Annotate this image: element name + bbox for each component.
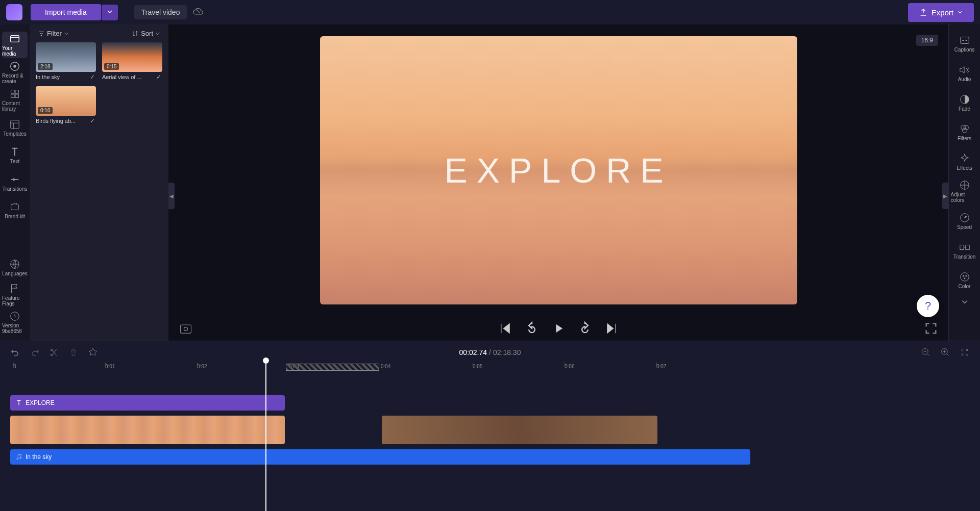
right-sidebar-overflow[interactable] [951, 296, 978, 308]
ruler-mark: 0 [13, 364, 16, 369]
sidebar-item-record-create[interactable]: Record & create [2, 59, 28, 86]
timeline-ruler[interactable]: 0 0:01 0:02 0:03 0:04 0:05 0:06 0:07 [10, 364, 970, 375]
media-duration: 0:10 [38, 107, 53, 114]
sidebar-label: Transition [953, 254, 976, 260]
zoom-in-button[interactable] [940, 347, 950, 357]
audio-clip[interactable]: In the sky [10, 449, 750, 465]
svg-point-2 [13, 65, 16, 68]
sidebar-item-color[interactable]: Color [951, 266, 978, 294]
sidebar-item-transition[interactable]: Transition [951, 237, 978, 264]
sidebar-label: Feature Flags [2, 295, 28, 306]
text-icon [15, 399, 22, 406]
skip-forward-button[interactable] [604, 321, 619, 336]
svg-rect-8 [11, 204, 19, 210]
sort-button[interactable]: Sort [132, 30, 160, 37]
video-preview-frame[interactable]: EXPLORE [320, 36, 797, 304]
media-item-aerial-view[interactable]: 0:15 Aerial view of ... ✓ [102, 42, 162, 80]
sidebar-item-content-library[interactable]: Content library [2, 87, 28, 113]
svg-point-12 [184, 327, 188, 331]
play-button[interactable] [551, 321, 566, 336]
music-icon [15, 453, 22, 461]
media-duration: 2:18 [38, 63, 53, 70]
svg-point-22 [960, 272, 969, 281]
preview-area: ◀ ▶ 16:9 EXPLORE [168, 24, 948, 341]
clip-label: EXPLORE [26, 399, 55, 406]
svg-point-16 [964, 125, 968, 130]
sidebar-label: Transitions [3, 186, 28, 192]
sidebar-label: Captions [954, 47, 974, 53]
sidebar-label: Fade [959, 106, 970, 112]
clip-label: In the sky [26, 453, 52, 461]
sidebar-label: Your media [2, 45, 28, 57]
sidebar-item-captions[interactable]: Captions [951, 30, 978, 57]
import-media-dropdown[interactable] [102, 5, 118, 20]
sidebar-label: Effects [957, 165, 972, 171]
sidebar-item-speed[interactable]: Speed [951, 207, 978, 235]
sidebar-item-filters[interactable]: Filters [951, 118, 978, 146]
fullscreen-button[interactable] [924, 321, 938, 336]
rewind-button[interactable] [525, 321, 539, 336]
ruler-mark: 0:07 [656, 364, 666, 369]
sidebar-label: Content library [2, 100, 28, 112]
media-panel: Filter Sort 2:18 In the sky ✓ 0:15 [30, 24, 168, 341]
media-thumbnail: 0:15 [102, 42, 162, 72]
sort-label: Sort [141, 30, 153, 37]
help-button[interactable]: ? [917, 295, 939, 317]
video-clip-1[interactable] [10, 416, 285, 444]
ruler-mark: 0:05 [473, 364, 482, 369]
forward-button[interactable] [578, 321, 592, 336]
playhead[interactable] [265, 362, 266, 511]
svg-point-23 [962, 275, 964, 276]
video-overlay-text: EXPLORE [444, 150, 672, 190]
filter-label: Filter [47, 30, 62, 37]
svg-rect-11 [181, 325, 191, 333]
svg-point-24 [965, 275, 967, 276]
media-item-birds-flying[interactable]: 0:10 Birds flying ab... ✓ [36, 86, 96, 124]
sidebar-item-audio[interactable]: Audio [951, 59, 978, 87]
sidebar-item-fade[interactable]: Fade [951, 89, 978, 116]
sidebar-label: Version 9ba8658 [2, 323, 28, 334]
media-item-in-the-sky[interactable]: 2:18 In the sky ✓ [36, 42, 96, 80]
sidebar-item-text[interactable]: Text [2, 142, 28, 168]
delete-button[interactable] [68, 347, 79, 357]
sidebar-item-effects[interactable]: Effects [951, 148, 978, 175]
fit-timeline-button[interactable] [960, 347, 970, 357]
chevron-down-icon [64, 31, 69, 36]
chevron-down-icon [155, 31, 160, 36]
sidebar-item-transitions[interactable]: Transitions [2, 169, 28, 196]
sidebar-item-version[interactable]: Version 9ba8658 [2, 309, 28, 336]
sidebar-item-templates[interactable]: Templates [2, 114, 28, 141]
screenshot-button[interactable] [179, 321, 193, 336]
media-thumbnail: 2:18 [36, 42, 96, 72]
sidebar-item-adjust-colors[interactable]: Adjust colors [951, 177, 978, 205]
svg-rect-3 [11, 90, 14, 93]
undo-button[interactable] [10, 347, 20, 357]
check-icon: ✓ [90, 117, 95, 124]
sidebar-item-your-media[interactable]: Your media [2, 32, 28, 58]
chevron-down-icon [107, 9, 113, 15]
ruler-mark: 0:01 [105, 364, 115, 369]
sidebar-item-brand-kit[interactable]: Brand kit [2, 197, 28, 223]
sidebar-item-feature-flags[interactable]: Feature Flags [2, 282, 28, 308]
sidebar-label: Text [10, 159, 19, 164]
gap-marker[interactable] [286, 364, 379, 371]
video-clip-2[interactable] [382, 416, 657, 444]
filter-button[interactable]: Filter [38, 30, 69, 37]
project-name-input[interactable]: Travel video [134, 5, 187, 19]
marker-button[interactable] [88, 347, 98, 357]
sidebar-label: Adjust colors [951, 192, 978, 203]
svg-rect-5 [11, 94, 14, 97]
check-icon: ✓ [156, 73, 161, 81]
export-button[interactable]: Export [908, 3, 974, 22]
sidebar-label: Audio [958, 76, 971, 82]
redo-button[interactable] [30, 347, 40, 357]
sidebar-item-languages[interactable]: Languages [2, 254, 28, 280]
svg-point-25 [964, 277, 965, 279]
zoom-out-button[interactable] [921, 347, 931, 357]
import-media-button[interactable]: Import media [31, 4, 101, 20]
split-button[interactable] [49, 347, 59, 357]
app-logo[interactable] [6, 4, 22, 20]
text-clip[interactable]: EXPLORE [10, 395, 285, 411]
svg-point-17 [962, 128, 967, 133]
skip-back-button[interactable] [498, 321, 512, 336]
